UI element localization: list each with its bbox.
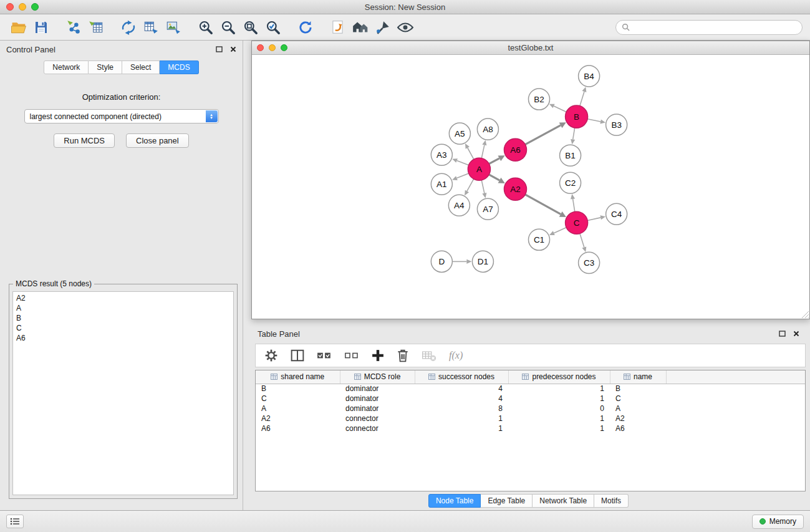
graph-node-B2[interactable]: B2	[528, 89, 549, 110]
show-hide-button[interactable]	[394, 17, 417, 38]
table-row[interactable]: Bdominator41B	[256, 384, 805, 394]
zoom-out-button[interactable]	[217, 17, 239, 38]
select-all-button[interactable]	[317, 350, 332, 361]
float-panel-button[interactable]	[216, 46, 223, 52]
minimize-window-button[interactable]	[19, 3, 26, 11]
graph-node-C1[interactable]: C1	[528, 229, 549, 250]
graph-node-D1[interactable]: D1	[472, 251, 493, 272]
column-header-mcds-role[interactable]: MCDS role	[340, 370, 415, 384]
tab-node-table[interactable]: Node Table	[428, 494, 481, 508]
maximize-network-window-button[interactable]	[281, 44, 287, 51]
graph-node-B4[interactable]: B4	[579, 65, 600, 87]
graph-node-B1[interactable]: B1	[560, 145, 581, 166]
export-network-button[interactable]	[117, 17, 140, 38]
mcds-result-item[interactable]: A	[16, 303, 230, 313]
table-row[interactable]: Cdominator41C	[256, 394, 805, 404]
show-columns-button[interactable]	[291, 349, 304, 362]
graph-edge-B-B1[interactable]	[573, 128, 575, 140]
network-canvas[interactable]: AA2A6BCA1A3A4A5A7A8B1B2B3B4C1C2C3C4DD1	[252, 55, 809, 319]
column-header-predecessor-nodes[interactable]: predecessor nodes	[508, 370, 610, 384]
deselect-all-button[interactable]	[344, 350, 359, 361]
delete-column-button[interactable]	[397, 349, 409, 362]
close-window-button[interactable]	[6, 3, 14, 11]
close-panel-button-mcds[interactable]: Close panel	[126, 133, 189, 148]
graph-edge-C-C1[interactable]	[554, 228, 566, 233]
graph-node-C[interactable]: C	[566, 211, 588, 234]
zoom-fit-button[interactable]	[239, 17, 262, 38]
minimize-network-window-button[interactable]	[269, 44, 276, 51]
maximize-window-button[interactable]	[31, 3, 39, 11]
graph-edge-A-A1[interactable]	[457, 173, 469, 178]
float-table-panel-button[interactable]	[779, 331, 786, 337]
task-history-button[interactable]	[6, 515, 24, 528]
graph-node-C2[interactable]: C2	[560, 172, 581, 193]
close-panel-button[interactable]	[230, 46, 236, 52]
graph-node-A6[interactable]: A6	[504, 138, 526, 161]
save-session-button[interactable]	[30, 17, 52, 38]
tab-motifs[interactable]: Motifs	[594, 494, 629, 508]
mcds-result-list[interactable]: A2ABCA6	[12, 291, 234, 495]
graph-edge-B-B4[interactable]	[580, 92, 584, 106]
import-network-button[interactable]	[62, 17, 85, 38]
graph-node-A1[interactable]: A1	[431, 173, 452, 195]
mcds-result-item[interactable]: B	[16, 313, 230, 323]
optimization-dropdown[interactable]: largest connected component (directed) ▲…	[24, 109, 219, 123]
search-input[interactable]	[633, 23, 796, 32]
graph-edge-B-B3[interactable]	[587, 119, 600, 122]
session-file-button[interactable]	[327, 17, 349, 38]
graph-edge-A-A7[interactable]	[481, 180, 485, 193]
zoom-selected-button[interactable]	[262, 17, 284, 38]
graph-edge-A-A4[interactable]	[467, 179, 474, 191]
graph-node-A4[interactable]: A4	[448, 195, 470, 216]
graph-edge-A-A3[interactable]	[457, 160, 469, 165]
mcds-result-item[interactable]: A6	[16, 333, 230, 343]
column-header-name[interactable]: name	[610, 370, 666, 384]
tab-network[interactable]: Network	[44, 60, 89, 74]
graph-node-A[interactable]: A	[468, 158, 490, 180]
home-button[interactable]	[349, 17, 372, 38]
graph-node-A8[interactable]: A8	[477, 118, 498, 140]
graph-edge-A-A2[interactable]	[489, 175, 499, 180]
graph-edge-A2-C[interactable]	[525, 195, 561, 214]
graph-edge-C-C2[interactable]	[573, 199, 575, 212]
graph-node-A7[interactable]: A7	[477, 198, 498, 220]
memory-button[interactable]: Memory	[752, 515, 804, 529]
graph-node-A3[interactable]: A3	[431, 144, 452, 165]
graph-node-C4[interactable]: C4	[606, 203, 627, 225]
node-table[interactable]: shared nameMCDS rolesuccessor nodesprede…	[255, 370, 806, 491]
delete-table-button[interactable]	[422, 349, 436, 362]
close-network-window-button[interactable]	[257, 44, 264, 51]
tab-network-table[interactable]: Network Table	[533, 494, 594, 508]
graph-node-D[interactable]: D	[431, 251, 452, 272]
export-table-button[interactable]	[140, 17, 162, 38]
mcds-result-item[interactable]: C	[16, 323, 230, 333]
zoom-in-button[interactable]	[195, 17, 217, 38]
run-mcds-button[interactable]: Run MCDS	[54, 133, 115, 148]
graph-edge-A6-B[interactable]	[525, 125, 561, 145]
table-row[interactable]: Adominator80A	[256, 404, 805, 414]
export-image-button[interactable]	[162, 17, 185, 38]
graph-edge-A-A5[interactable]	[468, 148, 474, 159]
graph-edge-A-A6[interactable]	[489, 158, 499, 164]
add-column-button[interactable]	[372, 349, 384, 362]
graph-node-B[interactable]: B	[566, 105, 588, 128]
tab-mcds[interactable]: MCDS	[160, 60, 198, 74]
tab-edge-table[interactable]: Edge Table	[481, 494, 533, 508]
table-settings-button[interactable]	[264, 349, 278, 362]
graph-edge-B-B2[interactable]	[554, 106, 566, 112]
table-row[interactable]: A6connector11A6	[256, 423, 805, 433]
refresh-button[interactable]	[294, 17, 317, 38]
tab-style[interactable]: Style	[89, 60, 122, 74]
column-header-successor-nodes[interactable]: successor nodes	[415, 370, 508, 384]
graph-edge-C-C3[interactable]	[580, 234, 584, 248]
graph-edge-C-C4[interactable]	[587, 218, 600, 221]
table-row[interactable]: A2connector11A2	[256, 414, 805, 423]
graph-edge-A-A8[interactable]	[481, 145, 485, 158]
graph-node-C3[interactable]: C3	[579, 252, 600, 273]
open-session-button[interactable]	[7, 17, 30, 38]
graph-node-B3[interactable]: B3	[606, 114, 627, 135]
mcds-result-item[interactable]: A2	[16, 293, 230, 303]
function-builder-button[interactable]: f(x)	[449, 350, 463, 361]
close-table-panel-button[interactable]	[793, 331, 799, 337]
column-header-shared-name[interactable]: shared name	[256, 370, 340, 384]
